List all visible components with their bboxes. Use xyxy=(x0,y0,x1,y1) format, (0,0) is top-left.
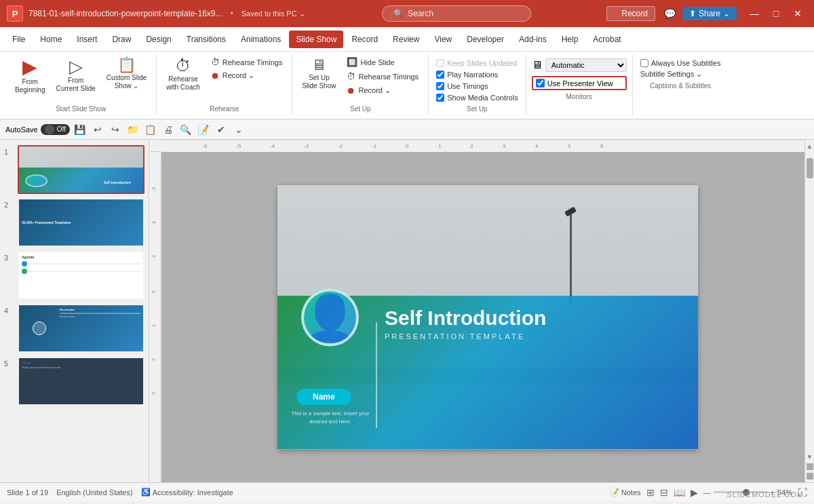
slide-sample-text: This is a sample text. Insert your desir… xyxy=(290,410,371,426)
zoom-out-button[interactable]: — xyxy=(703,488,711,497)
menu-animations[interactable]: Animations xyxy=(234,31,288,48)
scroll-track[interactable] xyxy=(805,151,814,452)
comment-button-title[interactable]: 💬 xyxy=(661,4,680,23)
svg-text:3: 3 xyxy=(503,143,506,149)
normal-view-button[interactable]: ⊞ xyxy=(646,487,655,498)
hide-slide-button[interactable]: 🔲 Hide Slide xyxy=(343,56,423,69)
setup-slideshow-button[interactable]: 🖥 Set UpSlide Show xyxy=(298,56,340,92)
accessibility-icon: ♿ xyxy=(141,488,151,497)
svg-text:0: 0 xyxy=(406,143,409,149)
menu-slideshow[interactable]: Slide Show xyxy=(289,31,343,48)
presenter-view-checkbox[interactable] xyxy=(536,79,545,88)
monitor-select[interactable]: Automatic xyxy=(545,58,627,72)
menu-view[interactable]: View xyxy=(427,31,459,48)
notes-button[interactable]: 📝 xyxy=(196,122,211,137)
play-current-icon: ▷ xyxy=(69,58,83,75)
play-narrations-checkbox[interactable]: Play Narrations xyxy=(434,70,500,79)
menu-addins[interactable]: Add-ins xyxy=(512,31,554,48)
captions-label: Captions & Subtitles xyxy=(638,81,723,90)
menu-insert[interactable]: Insert xyxy=(70,31,104,48)
rehearse-timings-2-button[interactable]: ⏱ Rehearse Timings xyxy=(343,70,423,83)
slide-divider xyxy=(376,322,377,428)
menu-home[interactable]: Home xyxy=(33,31,69,48)
undo-button[interactable]: ↩ xyxy=(90,122,105,137)
slide-thumb-2[interactable]: 2 30,000+ Powerpoint Templates xyxy=(4,198,144,247)
save-qa-button[interactable]: 💾 xyxy=(73,122,88,137)
menu-record[interactable]: Record xyxy=(345,31,385,48)
keep-updated-checkbox[interactable]: Keep Slides Updated xyxy=(434,58,519,68)
rehearse-timings-button[interactable]: ⏱ Rehearse Timings xyxy=(207,56,287,69)
check-button[interactable]: ✔ xyxy=(214,122,229,137)
search-qa-button[interactable]: 🔍 xyxy=(178,122,193,137)
app-icon: P xyxy=(7,5,23,22)
rehearse-label: Rehearse xyxy=(162,104,286,113)
rehearse-coach-button[interactable]: ⏱ Rehearsewith Coach xyxy=(162,56,204,94)
ribbon-group-setup-options: Keep Slides Updated Play Narrations Use … xyxy=(429,54,526,115)
svg-text:2: 2 xyxy=(470,143,473,149)
always-subtitles-checkbox[interactable]: Always Use Subtitles xyxy=(638,58,723,68)
start-slideshow-label: Start Slide Show xyxy=(11,104,151,113)
scroll-up-button[interactable]: ▲ xyxy=(805,141,814,151)
svg-text:-2: -2 xyxy=(151,221,156,225)
search-box[interactable]: 🔍 Search xyxy=(382,5,531,22)
minimize-button[interactable]: — xyxy=(745,4,764,23)
subtitle-settings-button[interactable]: Subtitle Settings ⌄ xyxy=(638,69,723,79)
scroll-extra-2[interactable] xyxy=(807,473,813,480)
vertical-scrollbar[interactable]: ▲ ▼ xyxy=(805,140,814,482)
reading-view-button[interactable]: 📖 xyxy=(674,487,685,498)
title-bar-right: ● Record 💬 ⬆Share⌄ — □ ✕ xyxy=(606,4,807,23)
slideshow-view-button[interactable]: ▶ xyxy=(691,487,698,498)
redo-button[interactable]: ↪ xyxy=(108,122,123,137)
menu-transitions[interactable]: Transitions xyxy=(180,31,233,48)
record-button-ribbon[interactable]: ⏺ Record ⌄ xyxy=(207,69,287,82)
record-icon: ⏺ xyxy=(211,71,220,81)
monitor-icon: 🖥 xyxy=(532,59,543,71)
menu-help[interactable]: Help xyxy=(555,31,585,48)
use-timings-checkbox[interactable]: Use Timings xyxy=(434,81,490,91)
svg-text:5: 5 xyxy=(568,143,571,149)
svg-text:1: 1 xyxy=(151,324,156,327)
record-button-title[interactable]: ● Record xyxy=(606,6,655,21)
clipboard-button[interactable]: 📋 xyxy=(143,122,158,137)
scroll-thumb[interactable] xyxy=(807,158,813,178)
svg-text:-1: -1 xyxy=(372,143,377,149)
menu-draw[interactable]: Draw xyxy=(105,31,138,48)
autosave-toggle[interactable]: Off xyxy=(41,124,70,135)
menu-developer[interactable]: Developer xyxy=(460,31,511,48)
slide-thumb-1[interactable]: 1 Self Introduction xyxy=(4,145,144,194)
timings2-icon: ⏱ xyxy=(347,71,355,81)
scroll-down-button[interactable]: ▼ xyxy=(805,452,814,462)
slide-image-4: Placeholder Sample text here xyxy=(18,304,144,353)
menu-file[interactable]: File xyxy=(5,31,32,48)
slide-sorter-button[interactable]: ⊟ xyxy=(660,487,668,498)
maximize-button[interactable]: □ xyxy=(767,4,786,23)
svg-text:-4: -4 xyxy=(270,143,275,149)
ribbon-group-captions: Always Use Subtitles Subtitle Settings ⌄… xyxy=(633,54,729,115)
watermark: SLIDEMODEL.COM xyxy=(726,490,804,499)
share-button-title[interactable]: ⬆Share⌄ xyxy=(682,7,737,20)
from-beginning-button[interactable]: ▶ FromBeginning xyxy=(11,56,49,96)
autosave-label: AutoSave xyxy=(5,125,38,134)
slide-subtitle: PRESENTATION TEMPLATE xyxy=(385,332,684,341)
slide-image-3: Agenda xyxy=(18,251,144,300)
record-2-button[interactable]: ⏺ Record ⌄ xyxy=(343,84,423,97)
slide-thumb-4[interactable]: 4 Placeholder Sample text here xyxy=(4,304,144,353)
custom-slideshow-button[interactable]: 📋 Custom SlideShow ⌄ xyxy=(102,56,151,92)
slide-thumb-3[interactable]: 3 Agenda xyxy=(4,251,144,300)
menu-design[interactable]: Design xyxy=(139,31,178,48)
slide-thumb-5[interactable]: 5 " Quote " Sample quote text content he… xyxy=(4,357,144,406)
svg-rect-0 xyxy=(161,140,814,152)
slide-name-button: Name xyxy=(296,389,351,405)
show-media-checkbox[interactable]: Show Media Controls xyxy=(434,93,520,102)
from-current-slide-button[interactable]: ▷ FromCurrent Slide xyxy=(52,56,99,95)
menu-acrobat[interactable]: Acrobat xyxy=(586,31,627,48)
more-qa-button[interactable]: ⌄ xyxy=(231,122,246,137)
print-button[interactable]: 🖨 xyxy=(161,122,176,137)
open-button[interactable]: 📁 xyxy=(125,122,140,137)
scroll-extra-1[interactable] xyxy=(807,463,813,470)
notes-button[interactable]: 📝 Notes xyxy=(610,488,641,497)
svg-text:6: 6 xyxy=(600,143,604,149)
close-button[interactable]: ✕ xyxy=(788,4,807,23)
menu-review[interactable]: Review xyxy=(386,31,426,48)
slide-image-5: " Quote " Sample quote text content here… xyxy=(18,357,144,406)
